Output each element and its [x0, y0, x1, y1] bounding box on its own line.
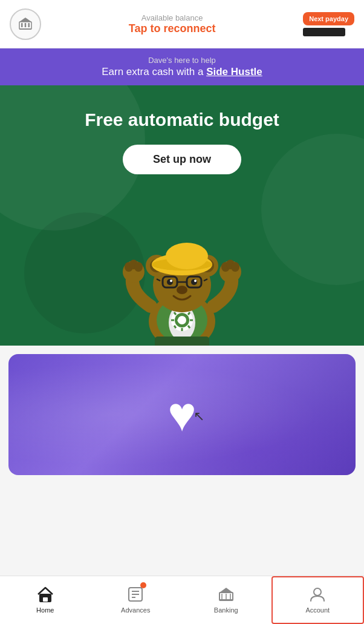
banner-subtitle: Dave's here to help — [10, 56, 354, 65]
heart-card[interactable]: ♥ ↖ — [8, 354, 356, 475]
svg-rect-1 — [21, 23, 23, 27]
main-scroll-area: Free automatic budget Set up now — [0, 85, 364, 613]
banner-title: Earn extra cash with a Side Hustle — [10, 66, 354, 78]
budget-card: Free automatic budget Set up now — [0, 85, 364, 346]
svg-point-34 — [194, 280, 197, 282]
svg-rect-3 — [28, 23, 30, 27]
svg-rect-47 — [155, 337, 209, 346]
svg-point-46 — [231, 262, 239, 272]
nav-account[interactable]: Account — [271, 576, 365, 624]
nav-banking-label: Banking — [214, 606, 238, 614]
side-hustle-banner: Dave's here to help Earn extra cash with… — [0, 48, 364, 85]
side-hustle-link[interactable]: Side Hustle — [206, 66, 262, 77]
svg-point-42 — [134, 262, 143, 272]
svg-point-32 — [191, 279, 197, 285]
svg-rect-5 — [19, 28, 31, 30]
svg-text:♻: ♻ — [177, 315, 184, 325]
svg-point-33 — [170, 280, 172, 282]
account-icon — [309, 586, 326, 605]
nav-home-label: Home — [36, 606, 54, 614]
bg-circle-2 — [261, 134, 364, 285]
advances-badge — [140, 582, 146, 588]
home-icon — [37, 586, 54, 605]
banking-icon — [218, 586, 235, 605]
svg-marker-58 — [219, 588, 233, 593]
heart-icon: ♥ — [167, 390, 197, 439]
svg-point-60 — [314, 588, 321, 596]
svg-rect-2 — [25, 23, 27, 27]
setup-now-button[interactable]: Set up now — [123, 145, 241, 174]
spacer — [0, 475, 364, 487]
nav-banking[interactable]: Banking — [181, 576, 271, 624]
bear-mascot: ♻ — [115, 218, 249, 346]
tap-reconnect-button[interactable]: Tap to reconnect — [47, 22, 297, 35]
header-center: Available balance Tap to reconnect — [41, 13, 303, 35]
bank-icon[interactable] — [10, 8, 41, 40]
bottom-nav: Home Advances Banking — [0, 576, 364, 624]
svg-rect-49 — [43, 597, 48, 602]
budget-card-title: Free automatic budget — [12, 110, 352, 130]
svg-point-38 — [166, 243, 208, 269]
svg-marker-4 — [19, 18, 31, 22]
cursor-icon: ↖ — [193, 409, 204, 424]
next-payday-widget[interactable]: Next payday — [303, 12, 354, 36]
nav-advances-label: Advances — [121, 606, 150, 614]
header: Available balance Tap to reconnect Next … — [0, 0, 364, 48]
svg-point-35 — [177, 286, 187, 294]
next-payday-label: Next payday — [303, 12, 354, 25]
nav-account-label: Account — [305, 606, 330, 614]
banner-title-text: Earn extra cash with a — [102, 66, 206, 77]
available-balance-label: Available balance — [47, 13, 297, 22]
svg-point-31 — [167, 279, 173, 285]
nav-home[interactable]: Home — [0, 576, 91, 624]
next-payday-bar — [303, 28, 345, 36]
nav-advances[interactable]: Advances — [91, 576, 181, 624]
advances-icon — [127, 586, 144, 605]
